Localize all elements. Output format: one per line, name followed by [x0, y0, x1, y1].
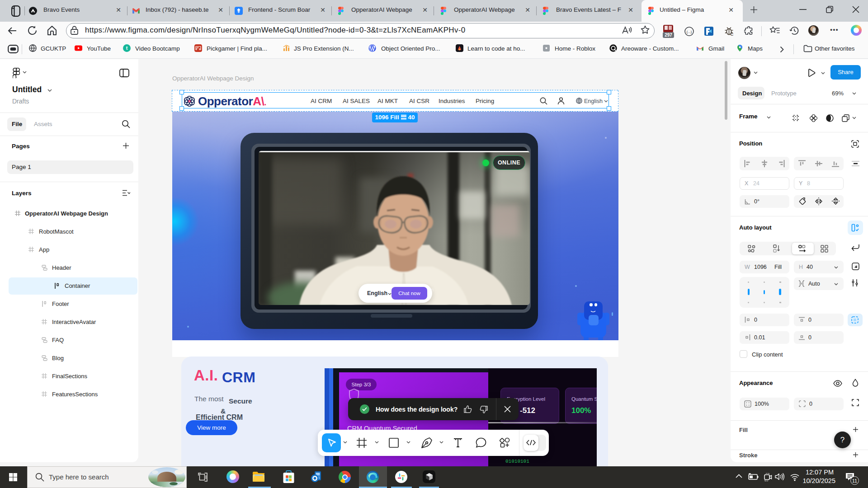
svg-text:{...}: {...}	[686, 30, 692, 34]
svg-text:C: C	[731, 32, 734, 37]
